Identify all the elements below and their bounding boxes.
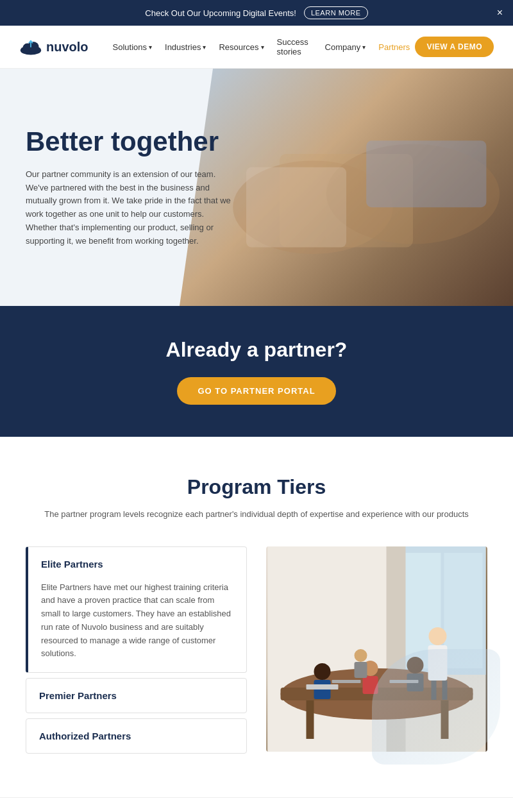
svg-rect-7 [366, 140, 486, 207]
svg-rect-25 [307, 684, 339, 689]
hero-description: Our partner community is an extension of… [26, 168, 231, 248]
svg-rect-8 [246, 167, 346, 248]
program-tiers-heading: Program Tiers [26, 475, 487, 499]
hero-content: Better together Our partner community is… [0, 89, 256, 287]
wave-decoration [372, 649, 500, 765]
main-nav: nuvolo Solutions▾ Industries▾ Resources▾… [0, 26, 513, 69]
svg-rect-17 [307, 700, 314, 739]
close-icon[interactable]: × [497, 7, 503, 19]
tier-elite-body: Elite Partners have met our highest trai… [28, 581, 246, 673]
nav-logo[interactable]: nuvolo [19, 38, 88, 55]
nav-resources[interactable]: Resources▾ [214, 38, 269, 56]
nav-industries[interactable]: Industries▾ [160, 38, 211, 56]
tier-authorized: Authorized Partners [26, 718, 247, 754]
tiers-image [266, 546, 487, 752]
tier-authorized-header[interactable]: Authorized Partners [26, 719, 246, 753]
hero-section: Better together Our partner community is… [0, 69, 513, 306]
announcement-bar: Check Out Our Upcoming Digital Events! L… [0, 0, 513, 26]
nav-solutions[interactable]: Solutions▾ [108, 38, 157, 56]
svg-point-23 [314, 663, 331, 680]
nav-links: Solutions▾ Industries▾ Resources▾ Succes… [108, 33, 416, 60]
logo-text: nuvolo [46, 40, 88, 55]
svg-rect-30 [332, 680, 361, 683]
program-tiers-section: Program Tiers The partner program levels… [0, 437, 513, 797]
tier-elite-header[interactable]: Elite Partners [28, 547, 246, 581]
tiers-layout: Elite Partners Elite Partners have met o… [26, 546, 487, 759]
svg-point-32 [355, 649, 367, 662]
view-demo-button[interactable]: VIEW A DEMO [415, 37, 494, 57]
nav-success-stories[interactable]: Success stories [272, 33, 317, 60]
svg-rect-33 [355, 662, 367, 678]
announcement-text: Check Out Our Upcoming Digital Events! [145, 8, 296, 18]
program-tiers-subtitle: The partner program levels recognize eac… [26, 508, 487, 521]
svg-point-3 [30, 40, 32, 42]
footer: nuvolo in ▶ Solutions Maintenance Field … [0, 797, 513, 812]
partner-portal-button[interactable]: GO TO PARTNER PORTAL [177, 377, 335, 405]
already-partner-heading: Already a partner? [13, 338, 500, 362]
partner-cta-section: Already a partner? GO TO PARTNER PORTAL [0, 306, 513, 437]
learn-more-button[interactable]: LEARN MORE [304, 6, 368, 19]
tiers-list: Elite Partners Elite Partners have met o… [26, 546, 247, 759]
tier-premier-header[interactable]: Premier Partners [26, 679, 246, 713]
nav-partners[interactable]: Partners [373, 38, 415, 56]
nav-company[interactable]: Company▾ [320, 38, 371, 56]
svg-point-19 [429, 627, 447, 645]
tier-premier: Premier Partners [26, 678, 247, 713]
hero-title: Better together [26, 127, 231, 156]
tier-elite: Elite Partners Elite Partners have met o… [26, 546, 247, 673]
